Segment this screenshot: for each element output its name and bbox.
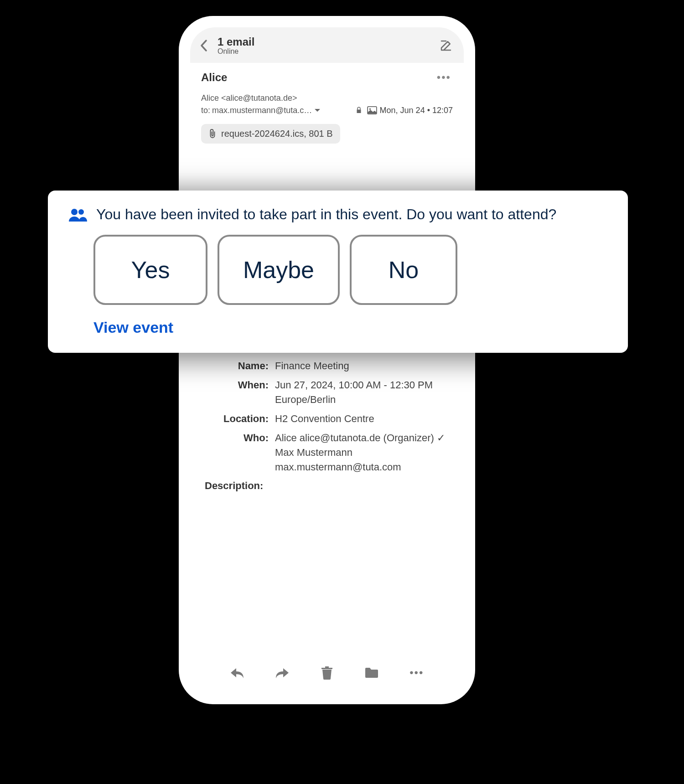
reply-button[interactable] [228,664,246,682]
who-organizer: Alice alice@tutanota.de (Organizer) ✓ [275,431,449,445]
toolbar-more-button[interactable]: ••• [408,664,426,682]
value-who: Alice alice@tutanota.de (Organizer) ✓ Ma… [275,431,449,475]
paperclip-icon [208,129,217,139]
svg-point-2 [71,209,78,215]
chevron-left-icon [200,39,209,52]
rsvp-prompt: You have been invited to take part in th… [96,206,556,223]
back-button[interactable] [197,38,212,53]
app-header: 1 email Online [190,27,464,63]
event-details: Name: Finance Meeting When: Jun 27, 2024… [201,359,453,498]
to-label: to: [201,104,210,117]
label-who: Who: [205,431,269,475]
header-status: Online [218,47,432,56]
forward-button[interactable] [273,664,291,682]
label-description: Description: [205,479,263,493]
label-location: Location: [205,412,269,426]
move-button[interactable] [363,664,381,682]
phone-frame: 1 email Online Alice ••• Alice <alice@tu… [179,16,475,704]
encryption-icon [354,106,363,114]
rsvp-no-button[interactable]: No [350,235,457,305]
attachment-chip[interactable]: request-2024624.ics, 801 B [201,124,340,144]
trash-icon [321,666,333,680]
image-icon [367,106,377,114]
rsvp-banner: You have been invited to take part in th… [48,191,628,353]
to-address: max.mustermann@tuta.c… [212,104,312,117]
value-name: Finance Meeting [275,359,449,373]
screen: 1 email Online Alice ••• Alice <alice@tu… [190,27,464,693]
label-when: When: [205,378,269,407]
email-toolbar: ••• [201,655,453,693]
rsvp-yes-button[interactable]: Yes [93,235,207,305]
email-card: Alice ••• Alice <alice@tutanota.de> to: … [194,63,460,693]
compose-button[interactable] [437,37,455,54]
view-event-link[interactable]: View event [69,319,607,336]
forward-icon [275,666,290,679]
value-location: H2 Convention Centre [275,412,449,426]
email-more-button[interactable]: ••• [435,69,453,86]
svg-point-3 [78,209,84,215]
recipients-expand[interactable] [314,108,321,113]
sender-name: Alice [201,71,227,84]
rsvp-maybe-button[interactable]: Maybe [218,235,340,305]
header-title: 1 email [218,36,432,48]
people-icon [69,208,87,222]
folder-icon [364,667,379,679]
from-line: Alice <alice@tutanota.de> [201,92,453,104]
reply-icon [230,666,244,679]
value-when: Jun 27, 2024, 10:00 AM - 12:30 PM Europe… [275,378,449,407]
who-attendee: Max Mustermann max.mustermann@tuta.com [275,445,449,475]
email-date: Mon, Jun 24 • 12:07 [380,104,453,117]
email-meta: Alice <alice@tutanota.de> to: max.muster… [201,92,453,117]
label-name: Name: [205,359,269,373]
compose-icon [439,39,453,52]
chevron-down-icon [314,108,321,113]
attachment-label: request-2024624.ics, 801 B [221,129,333,139]
svg-point-1 [369,108,371,110]
delete-button[interactable] [318,664,336,682]
